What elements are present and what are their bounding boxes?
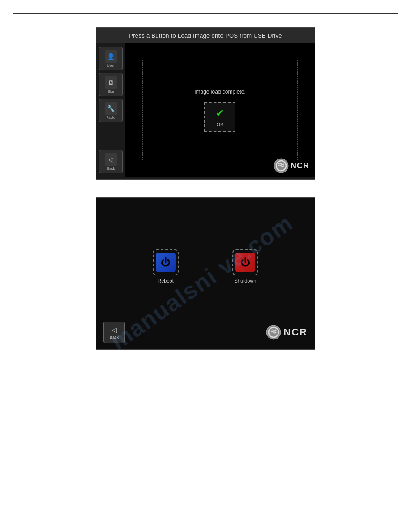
ncr-emblem-s2 <box>266 325 281 340</box>
back-icon-s1: ◁ <box>105 153 117 166</box>
screen2-content: ⏻ Reboot ⏻ Shutdown ◁ <box>96 198 315 349</box>
ncr-text-s1: NCR <box>291 161 309 171</box>
reboot-label: Reboot <box>158 278 173 283</box>
shutdown-button[interactable]: ⏻ <box>232 249 258 275</box>
screen1-sidebar: 👤 User 🖥 Site 🔧 Facto ◁ Back <box>96 43 125 177</box>
screenshot-1: Press a Button to Load Image onto POS fr… <box>96 27 315 180</box>
site-label: Site <box>108 90 114 94</box>
ncr-logo-s1: NCR <box>274 158 309 173</box>
page: manualsni ve.com Press a Button to Load … <box>0 0 411 532</box>
top-divider <box>13 13 398 14</box>
user-label: User <box>107 64 115 68</box>
ok-button[interactable]: ✔ OK <box>204 102 235 132</box>
shutdown-label: Shutdown <box>235 278 257 283</box>
dialog-message: Image load complete. <box>194 89 246 95</box>
ok-label: OK <box>217 122 224 127</box>
screen1-body: 👤 User 🖥 Site 🔧 Facto ◁ Back <box>96 43 315 177</box>
screen2-footer: ◁ Back NCR <box>103 317 308 345</box>
back-label-s2: Back <box>110 335 119 339</box>
reboot-button[interactable]: ⏻ <box>153 249 179 275</box>
shutdown-icon: ⏻ <box>240 257 250 268</box>
checkmark-symbol: ✔ <box>216 107 224 119</box>
dialog-box: Image load complete. ✔ OK <box>142 60 298 160</box>
reboot-wrapper: ⏻ Reboot <box>153 249 179 283</box>
shutdown-icon-bg: ⏻ <box>235 253 255 272</box>
back-button-s2[interactable]: ◁ Back <box>103 322 125 343</box>
factory-label: Facto <box>106 116 115 120</box>
ncr-logo-s2: NCR <box>266 325 308 340</box>
screen1-header: Press a Button to Load Image onto POS fr… <box>96 28 315 43</box>
user-button[interactable]: 👤 User <box>99 47 123 70</box>
dialog-overlay: Image load complete. ✔ OK <box>125 43 315 177</box>
back-arrow-icon: ◁ <box>111 326 117 334</box>
shutdown-wrapper: ⏻ Shutdown <box>232 249 258 283</box>
ncr-emblem-s1 <box>274 158 289 173</box>
back-label-s1: Back <box>107 167 115 171</box>
ncr-text-s2: NCR <box>283 326 308 338</box>
ok-checkmark-icon: ✔ <box>213 107 227 120</box>
reboot-icon-bg: ⏻ <box>156 253 176 272</box>
user-icon: 👤 <box>105 50 117 63</box>
screenshot-2: ⏻ Reboot ⏻ Shutdown ◁ <box>96 197 315 350</box>
site-button[interactable]: 🖥 Site <box>99 73 123 96</box>
site-icon: 🖥 <box>105 76 117 89</box>
back-button-s1[interactable]: ◁ Back <box>99 150 123 173</box>
factory-icon: 🔧 <box>105 102 117 115</box>
factory-button[interactable]: 🔧 Facto <box>99 99 123 122</box>
reboot-icon: ⏻ <box>161 257 171 268</box>
power-buttons-row: ⏻ Reboot ⏻ Shutdown <box>103 207 308 317</box>
